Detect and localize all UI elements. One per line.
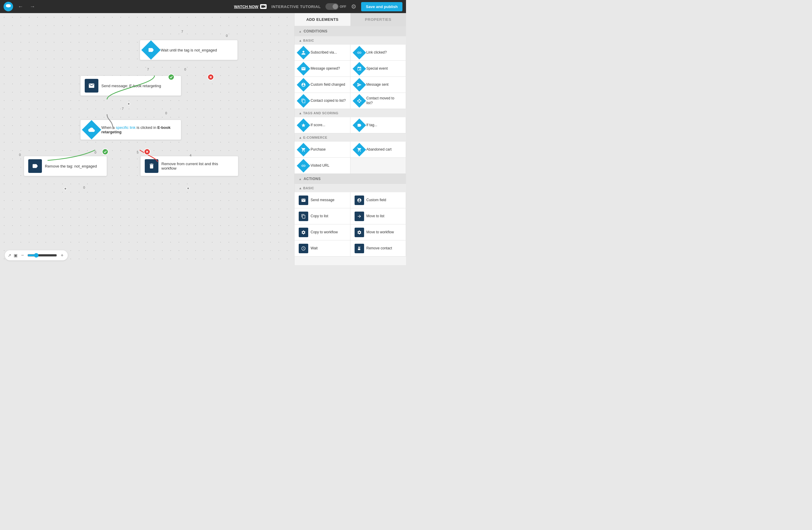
conditions-arrow: ▲ [299, 30, 302, 33]
wait-tag-icon [141, 40, 160, 59]
counter-0e: 0 [19, 153, 21, 156]
special-event-icon [352, 62, 366, 75]
counter-0c: 0 [165, 111, 167, 115]
if-tag-icon [352, 118, 366, 132]
zoom-in-button[interactable]: + [59, 252, 64, 259]
element-empty [350, 158, 406, 174]
remove-contact-action-icon [354, 244, 364, 253]
action-copy-to-list[interactable]: Copy to list [294, 208, 350, 224]
actions-basic-label: BASIC [303, 186, 314, 190]
condition-yes-connector [102, 149, 108, 155]
action-wait[interactable]: Wait [294, 240, 350, 256]
conditions-section-header[interactable]: ▲ CONDITIONS [294, 26, 406, 36]
element-link-clicked[interactable]: Link clicked? [350, 45, 406, 61]
send-message-icon [85, 79, 98, 93]
actions-label: ACTIONS [303, 177, 321, 181]
panel-tabs: ADD ELEMENTS PROPERTIES [294, 13, 406, 26]
element-purchase[interactable]: Purchase [294, 142, 350, 158]
action-remove-contact[interactable]: Remove contact [350, 240, 406, 256]
actions-section-header[interactable]: ▲ ACTIONS [294, 174, 406, 184]
workflow-canvas[interactable]: 7 0 Wait until the tag is not_engaged 7 … [0, 13, 294, 265]
fit-view-button[interactable]: ↗ [8, 253, 11, 258]
watch-now-link[interactable]: WATCH NOW [234, 4, 266, 9]
conditions-basic-label: BASIC [303, 39, 314, 42]
counter-7a: 7 [181, 30, 183, 33]
subscribed-icon [296, 46, 310, 59]
undo-button[interactable]: ← [16, 2, 25, 11]
condition-link-node[interactable]: When a specific link is clicked in E-boo… [80, 120, 181, 140]
remove-tag-node[interactable]: Remove the tag: not_engaged [24, 156, 107, 176]
move-workflow-action-icon [354, 228, 364, 237]
zoom-slider[interactable] [27, 253, 57, 258]
actions-basic-arrow: ▲ [299, 186, 303, 190]
message-opened-icon [296, 62, 310, 75]
zoom-out-button[interactable]: − [20, 252, 25, 259]
wait-tag-node[interactable]: Wait until the tag is not_engaged [140, 40, 238, 60]
wait-action-icon [299, 244, 308, 253]
tags-scoring-label: TAGS AND SCORING [303, 111, 338, 115]
tags-scoring-header: ▲ TAGS AND SCORING [294, 109, 406, 117]
conditions-basic-arrow: ▲ [299, 39, 303, 42]
remove-list-bottom-connector [187, 187, 190, 190]
tutorial-toggle[interactable]: OFF [325, 3, 346, 10]
element-subscribed[interactable]: Subscribed via... [294, 45, 350, 61]
toggle-track[interactable] [325, 3, 338, 10]
action-copy-to-workflow[interactable]: Copy to workflow [294, 224, 350, 240]
counter-7b: 7 [147, 68, 149, 71]
nav-left: ← → [3, 2, 37, 11]
ecommerce-label: E-COMMERCE [303, 136, 327, 139]
action-move-to-workflow[interactable]: Move to workflow [350, 224, 406, 240]
svg-rect-0 [261, 5, 264, 8]
custom-field-changed-icon [296, 78, 310, 92]
element-visited-url[interactable]: Visited URL [294, 158, 350, 174]
wait-tag-yes-connector [168, 74, 174, 80]
element-message-sent[interactable]: Message sent [350, 77, 406, 93]
conditions-basic-grid: Subscribed via... Link clicked? Message … [294, 45, 406, 109]
remove-list-node[interactable]: Remove from current list and this workfl… [140, 156, 238, 176]
message-sent-icon [352, 78, 366, 92]
zoom-controls: ↗ ▣ − + [5, 250, 68, 260]
ecommerce-header: ▲ E-COMMERCE [294, 133, 406, 142]
remove-tag-bottom-connector [64, 187, 67, 190]
element-contact-moved[interactable]: Contact moved to list? [350, 93, 406, 109]
counter-7c: 7 [122, 107, 124, 110]
abandoned-cart-icon [352, 143, 366, 156]
nav-right: WATCH NOW INTERACTIVE TUTORIAL OFF ⚙ Sav… [234, 2, 403, 11]
tags-scoring-grid: If score... If tag... [294, 117, 406, 133]
condition-link-icon [82, 120, 101, 139]
redo-button[interactable]: → [28, 2, 37, 11]
counter-5: 5 [137, 151, 139, 154]
copy-workflow-action-icon [299, 228, 308, 237]
action-custom-field[interactable]: Custom field [350, 192, 406, 208]
remove-tag-label: Remove the tag: not_engaged [45, 164, 97, 168]
svg-marker-1 [264, 5, 265, 8]
camera-icon [260, 4, 266, 9]
action-send-message[interactable]: Send message [294, 192, 350, 208]
send-message-node[interactable]: Send message: E-book retargeting [80, 75, 181, 96]
wait-tag-no-connector [207, 74, 214, 80]
save-publish-button[interactable]: Save and publish [361, 2, 403, 11]
contact-moved-icon [352, 94, 366, 108]
counter-0f: 0 [83, 186, 85, 189]
custom-field-action-icon [354, 196, 364, 205]
link-clicked-icon [352, 46, 366, 59]
send-message-bottom-connector [127, 102, 130, 105]
remove-list-icon [145, 159, 158, 173]
element-contact-copied[interactable]: Contact copied to list? [294, 93, 350, 109]
purchase-icon [296, 143, 310, 156]
actions-arrow: ▲ [299, 177, 302, 181]
action-move-to-list[interactable]: Move to list [350, 208, 406, 224]
properties-tab[interactable]: PROPERTIES [350, 13, 406, 26]
counter-0d: 0 [95, 151, 96, 154]
full-screen-button[interactable]: ▣ [14, 253, 17, 258]
watch-now-label: WATCH NOW [234, 4, 258, 9]
settings-button[interactable]: ⚙ [351, 3, 357, 10]
element-custom-field-changed[interactable]: Custom field changed [294, 77, 350, 93]
element-message-opened[interactable]: Message opened? [294, 61, 350, 77]
right-panel: ADD ELEMENTS PROPERTIES ▲ CONDITIONS ▲ B… [294, 13, 406, 265]
element-if-tag[interactable]: If tag... [350, 117, 406, 133]
add-elements-tab[interactable]: ADD ELEMENTS [294, 13, 350, 26]
element-special-event[interactable]: Special event [350, 61, 406, 77]
element-if-score[interactable]: If score... [294, 117, 350, 133]
element-abandoned-cart[interactable]: Abandoned cart [350, 142, 406, 158]
